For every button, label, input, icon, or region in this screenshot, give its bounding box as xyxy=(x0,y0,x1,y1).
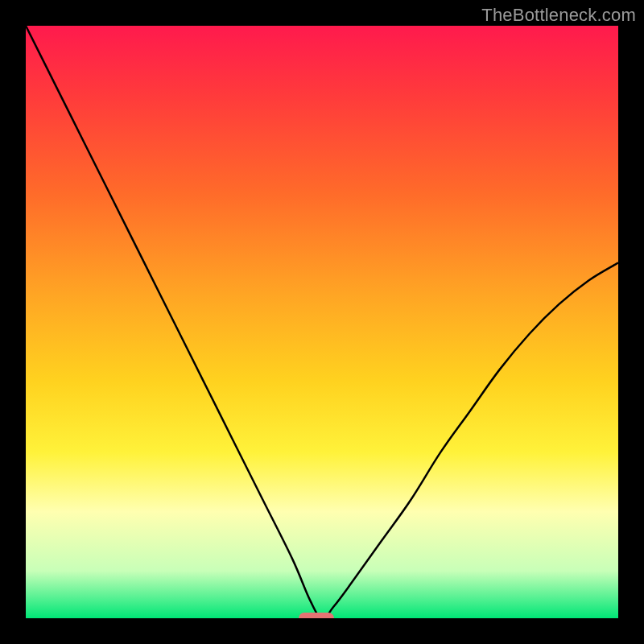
watermark-text: TheBottleneck.com xyxy=(481,5,636,26)
bottleneck-curve xyxy=(26,26,618,618)
chart-plot-area xyxy=(26,26,618,618)
optimal-marker xyxy=(299,613,334,618)
